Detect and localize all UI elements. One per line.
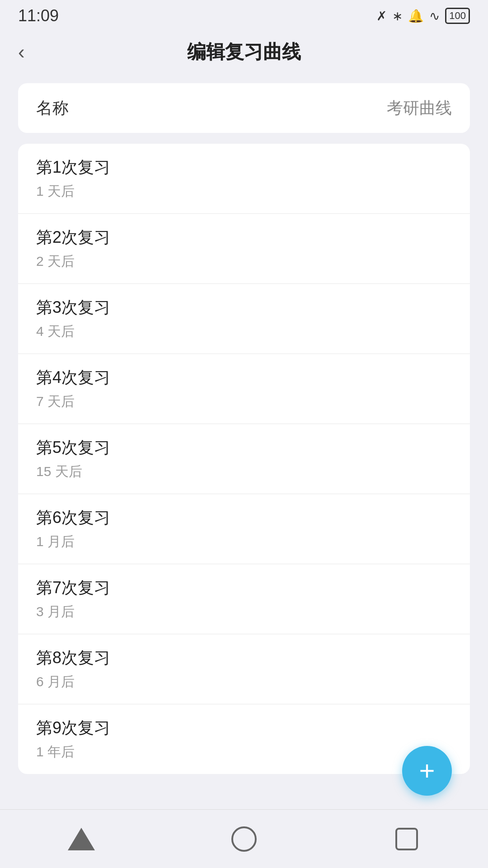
nav-back-button[interactable] [59,821,104,857]
review-item-subtitle: 1 年后 [36,743,452,761]
status-bar: 11:09 ✗ ∗ 🔔 ∿ 100 [0,0,488,32]
review-item-subtitle: 1 月后 [36,533,452,551]
review-item-4[interactable]: 第4次复习7 天后 [18,354,470,424]
battery-icon: 100 [445,8,470,24]
review-item-2[interactable]: 第2次复习2 天后 [18,214,470,284]
top-nav: ‹ 编辑复习曲线 [0,32,488,72]
review-item-7[interactable]: 第7次复习3 月后 [18,564,470,634]
review-item-subtitle: 3 月后 [36,603,452,621]
review-item-title: 第2次复习 [36,226,452,249]
review-item-title: 第3次复习 [36,297,452,319]
review-item-1[interactable]: 第1次复习1 天后 [18,144,470,214]
review-item-title: 第7次复习 [36,577,452,599]
back-button[interactable]: ‹ [18,42,25,62]
review-item-subtitle: 15 天后 [36,462,452,481]
bottom-nav [0,809,488,868]
review-item-9[interactable]: 第9次复习1 年后 [18,704,470,774]
bluetooth-icon2: ∗ [392,9,403,24]
recent-square-icon [395,828,418,850]
home-circle-icon [231,826,257,852]
page-title: 编辑复习曲线 [187,39,301,65]
add-review-button[interactable]: + [402,746,452,796]
review-item-8[interactable]: 第8次复习6 月后 [18,634,470,704]
review-item-6[interactable]: 第6次复习1 月后 [18,494,470,564]
status-time: 11:09 [18,6,59,25]
review-item-subtitle: 7 天后 [36,392,452,411]
name-value: 考研曲线 [387,97,452,119]
review-item-subtitle: 1 天后 [36,182,452,201]
nav-recent-button[interactable] [384,821,429,857]
bluetooth-icon: ✗ [376,9,387,24]
review-item-subtitle: 2 天后 [36,252,452,271]
review-item-title: 第4次复习 [36,367,452,389]
wifi-icon: ∿ [429,9,440,24]
review-item-title: 第8次复习 [36,647,452,669]
review-item-title: 第9次复习 [36,717,452,739]
review-item-subtitle: 6 月后 [36,673,452,691]
back-triangle-icon [68,828,95,850]
review-item-title: 第6次复习 [36,507,452,529]
review-item-title: 第1次复习 [36,156,452,179]
review-item-3[interactable]: 第3次复习4 天后 [18,284,470,354]
status-icons: ✗ ∗ 🔔 ∿ 100 [376,8,470,24]
review-list: 第1次复习1 天后第2次复习2 天后第3次复习4 天后第4次复习7 天后第5次复… [18,144,470,774]
review-item-title: 第5次复习 [36,437,452,459]
bell-off-icon: 🔔 [408,9,424,24]
name-card[interactable]: 名称 考研曲线 [18,83,470,133]
review-item-5[interactable]: 第5次复习15 天后 [18,424,470,494]
plus-icon: + [419,757,435,784]
name-label: 名称 [36,97,69,119]
nav-home-button[interactable] [221,821,267,857]
review-item-subtitle: 4 天后 [36,322,452,341]
